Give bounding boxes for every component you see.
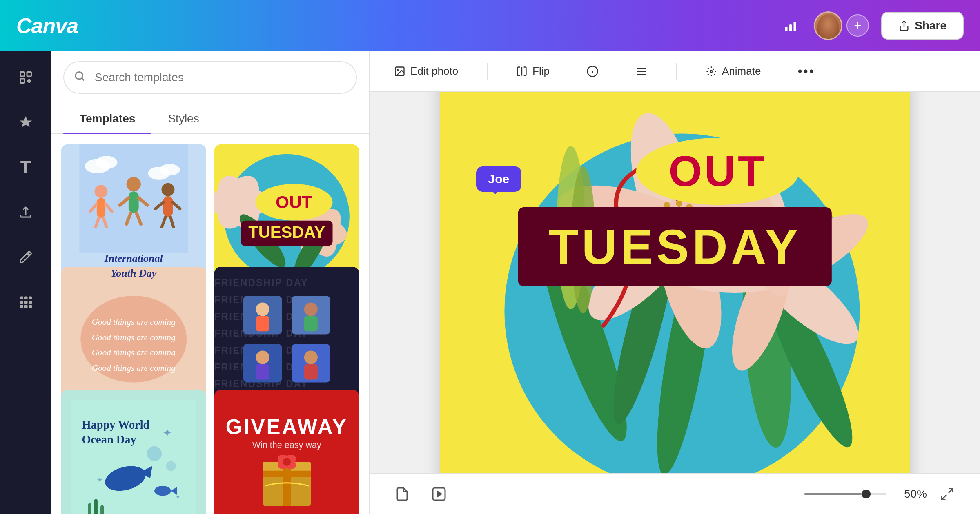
search-icon xyxy=(74,70,86,85)
share-button[interactable]: Share xyxy=(881,12,964,40)
svg-rect-75 xyxy=(304,316,317,332)
svg-rect-34 xyxy=(163,196,173,217)
avatar-face xyxy=(817,14,839,39)
search-input[interactable] xyxy=(63,61,357,94)
flip-button[interactable]: Flip xyxy=(508,60,558,82)
svg-rect-4 xyxy=(27,72,31,77)
template-ocean-day[interactable]: Happy World Ocean Day ✦ ✦ ✦ xyxy=(61,390,206,514)
header-actions: + Share xyxy=(779,11,964,40)
share-label: Share xyxy=(915,19,947,32)
svg-text:Good things are coming: Good things are coming xyxy=(92,363,176,373)
svg-line-148 xyxy=(949,488,953,493)
left-panel: Templates Styles xyxy=(51,51,370,514)
svg-rect-8 xyxy=(29,297,32,300)
svg-text:Good things are coming: Good things are coming xyxy=(92,317,176,327)
svg-text:GIVEAWAY: GIVEAWAY xyxy=(225,415,347,438)
svg-line-149 xyxy=(942,495,947,500)
info-button[interactable] xyxy=(578,60,607,82)
svg-text:Good things are coming: Good things are coming xyxy=(92,332,176,342)
svg-rect-5 xyxy=(20,79,24,83)
t1-title: InternationalYouth Day xyxy=(105,155,163,281)
svg-text:✦: ✦ xyxy=(96,475,103,484)
sidebar-item-text[interactable]: T xyxy=(11,153,40,182)
canvas-design[interactable]: OUT TUESDAY Joe xyxy=(440,48,910,514)
svg-rect-93 xyxy=(94,499,98,514)
svg-point-86 xyxy=(166,461,176,471)
layout-button[interactable] xyxy=(627,60,656,82)
template-t6-content: GIVEAWAY Win the easy way xyxy=(214,390,359,514)
zoom-control: 50% xyxy=(804,482,960,506)
svg-point-106 xyxy=(397,69,399,71)
svg-rect-14 xyxy=(29,305,32,308)
bottom-bar: 50% xyxy=(370,473,980,514)
flip-label: Flip xyxy=(532,65,550,78)
sidebar-item-apps[interactable] xyxy=(11,288,40,316)
sidebar-item-elements[interactable] xyxy=(11,108,40,137)
svg-rect-12 xyxy=(20,305,23,308)
tab-templates[interactable]: Templates xyxy=(63,104,151,133)
analytics-button[interactable] xyxy=(779,14,802,37)
bottom-left-actions xyxy=(390,482,451,506)
tooltip-username: Joe xyxy=(488,172,510,186)
edit-photo-button[interactable]: Edit photo xyxy=(386,60,466,82)
out-text: OUT xyxy=(636,138,800,205)
sidebar: T xyxy=(0,51,51,514)
toolbar-divider-1 xyxy=(487,63,488,80)
svg-text:FRIENDSHIP DAY: FRIENDSHIP DAY xyxy=(214,278,308,288)
svg-point-85 xyxy=(147,446,162,461)
svg-rect-0 xyxy=(785,27,787,31)
text-icon: T xyxy=(20,157,31,177)
svg-point-104 xyxy=(283,458,291,466)
svg-text:TUESDAY: TUESDAY xyxy=(248,223,325,241)
svg-text:Ocean Day: Ocean Day xyxy=(82,433,136,445)
main-canvas: OUT TUESDAY Joe xyxy=(370,92,980,473)
svg-point-76 xyxy=(256,351,269,364)
notes-button[interactable] xyxy=(390,482,414,506)
svg-text:Good things are coming: Good things are coming xyxy=(92,348,176,358)
svg-rect-13 xyxy=(24,305,28,308)
svg-text:✦: ✦ xyxy=(163,426,172,439)
svg-text:Win the easy way: Win the easy way xyxy=(252,440,321,450)
toolbar: Edit photo Flip Animate ••• xyxy=(370,51,980,92)
search-bar xyxy=(63,61,357,94)
svg-rect-10 xyxy=(24,301,28,304)
svg-rect-9 xyxy=(20,301,23,304)
svg-rect-7 xyxy=(24,297,28,300)
expand-button[interactable] xyxy=(935,482,960,506)
svg-rect-3 xyxy=(20,72,24,77)
header: Canva + Share xyxy=(0,0,980,51)
animate-button[interactable]: Animate xyxy=(697,60,769,82)
zoom-level: 50% xyxy=(894,487,927,501)
add-to-team-button[interactable]: + xyxy=(846,14,869,37)
svg-rect-79 xyxy=(304,364,317,380)
user-tooltip: Joe xyxy=(476,166,522,192)
sidebar-item-grid[interactable] xyxy=(11,63,40,92)
svg-point-74 xyxy=(304,303,317,316)
tab-styles[interactable]: Styles xyxy=(151,104,215,133)
svg-rect-94 xyxy=(100,505,104,514)
svg-point-72 xyxy=(256,303,269,316)
animate-label: Animate xyxy=(722,65,761,78)
sidebar-item-draw[interactable] xyxy=(11,243,40,271)
template-t5-content: Happy World Ocean Day ✦ ✦ ✦ xyxy=(61,390,206,514)
svg-rect-101 xyxy=(263,471,311,477)
avatar-wrap: + xyxy=(814,11,869,40)
edit-photo-label: Edit photo xyxy=(410,65,458,78)
app-logo[interactable]: Canva xyxy=(16,13,78,38)
svg-rect-11 xyxy=(29,301,32,304)
sidebar-item-upload[interactable] xyxy=(11,198,40,226)
svg-marker-147 xyxy=(438,492,441,496)
tabs: Templates Styles xyxy=(51,104,369,134)
zoom-slider[interactable] xyxy=(804,493,886,495)
svg-rect-6 xyxy=(20,297,23,300)
template-giveaway[interactable]: GIVEAWAY Win the easy way xyxy=(214,390,359,514)
avatar[interactable] xyxy=(814,11,842,40)
svg-rect-1 xyxy=(789,24,792,31)
svg-rect-2 xyxy=(793,22,796,31)
toolbar-divider-2 xyxy=(676,63,677,80)
svg-text:OUT: OUT xyxy=(276,192,312,212)
play-button[interactable] xyxy=(427,482,451,506)
svg-point-15 xyxy=(76,72,83,80)
more-options-button[interactable]: ••• xyxy=(789,59,823,84)
tuesday-text: TUESDAY xyxy=(518,207,831,286)
